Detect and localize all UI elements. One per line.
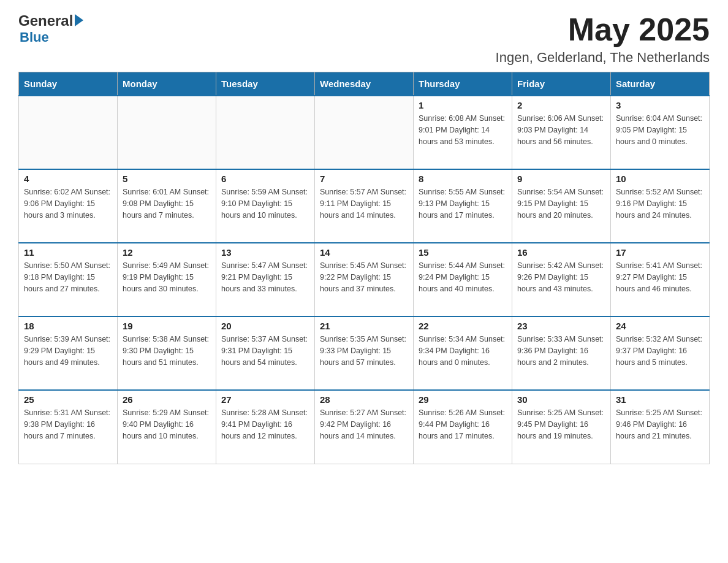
location-subtitle: Ingen, Gelderland, The Netherlands <box>496 50 710 66</box>
day-number: 26 <box>123 394 211 405</box>
week-row-4: 18Sunrise: 5:39 AM Sunset: 9:29 PM Dayli… <box>19 316 710 390</box>
day-info: Sunrise: 6:06 AM Sunset: 9:03 PM Dayligh… <box>517 113 605 147</box>
day-info: Sunrise: 5:54 AM Sunset: 9:15 PM Dayligh… <box>517 186 605 221</box>
calendar-table: Sunday Monday Tuesday Wednesday Thursday… <box>18 72 710 464</box>
day-info: Sunrise: 6:04 AM Sunset: 9:05 PM Dayligh… <box>616 113 704 147</box>
day-info: Sunrise: 5:39 AM Sunset: 9:29 PM Dayligh… <box>24 334 112 368</box>
day-number: 17 <box>616 247 704 258</box>
day-number: 25 <box>24 394 112 405</box>
title-section: May 2025 Ingen, Gelderland, The Netherla… <box>496 12 710 66</box>
day-number: 9 <box>517 174 605 184</box>
day-info: Sunrise: 5:31 AM Sunset: 9:38 PM Dayligh… <box>24 407 112 442</box>
day-info: Sunrise: 5:37 AM Sunset: 9:31 PM Dayligh… <box>221 334 309 368</box>
day-info: Sunrise: 5:34 AM Sunset: 9:34 PM Dayligh… <box>419 334 507 368</box>
header-wednesday: Wednesday <box>315 72 414 96</box>
calendar-cell <box>216 96 315 169</box>
day-info: Sunrise: 5:28 AM Sunset: 9:41 PM Dayligh… <box>221 407 309 442</box>
calendar-cell: 12Sunrise: 5:49 AM Sunset: 9:19 PM Dayli… <box>118 243 216 316</box>
calendar-cell: 10Sunrise: 5:52 AM Sunset: 9:16 PM Dayli… <box>611 169 710 243</box>
day-info: Sunrise: 6:08 AM Sunset: 9:01 PM Dayligh… <box>419 113 507 147</box>
calendar-cell: 27Sunrise: 5:28 AM Sunset: 9:41 PM Dayli… <box>216 390 315 464</box>
day-info: Sunrise: 5:45 AM Sunset: 9:22 PM Dayligh… <box>320 260 408 294</box>
day-info: Sunrise: 5:55 AM Sunset: 9:13 PM Dayligh… <box>419 186 507 221</box>
day-number: 3 <box>616 100 704 110</box>
calendar-cell: 4Sunrise: 6:02 AM Sunset: 9:06 PM Daylig… <box>19 169 118 243</box>
day-number: 22 <box>419 321 507 331</box>
calendar-cell: 19Sunrise: 5:38 AM Sunset: 9:30 PM Dayli… <box>118 316 216 390</box>
day-number: 11 <box>24 247 112 258</box>
day-number: 16 <box>517 247 605 258</box>
day-info: Sunrise: 5:27 AM Sunset: 9:42 PM Dayligh… <box>320 407 408 442</box>
calendar-title: May 2025 <box>496 12 710 47</box>
week-row-1: 1Sunrise: 6:08 AM Sunset: 9:01 PM Daylig… <box>19 96 710 169</box>
day-info: Sunrise: 5:33 AM Sunset: 9:36 PM Dayligh… <box>517 334 605 368</box>
day-number: 23 <box>517 321 605 331</box>
calendar-cell: 1Sunrise: 6:08 AM Sunset: 9:01 PM Daylig… <box>414 96 512 169</box>
day-number: 7 <box>320 174 408 184</box>
day-info: Sunrise: 6:01 AM Sunset: 9:08 PM Dayligh… <box>123 186 211 221</box>
calendar-cell: 8Sunrise: 5:55 AM Sunset: 9:13 PM Daylig… <box>414 169 512 243</box>
calendar-cell: 29Sunrise: 5:26 AM Sunset: 9:44 PM Dayli… <box>414 390 512 464</box>
day-number: 27 <box>221 394 309 405</box>
day-info: Sunrise: 5:35 AM Sunset: 9:33 PM Dayligh… <box>320 334 408 368</box>
calendar-cell: 2Sunrise: 6:06 AM Sunset: 9:03 PM Daylig… <box>512 96 611 169</box>
week-row-2: 4Sunrise: 6:02 AM Sunset: 9:06 PM Daylig… <box>19 169 710 243</box>
week-row-5: 25Sunrise: 5:31 AM Sunset: 9:38 PM Dayli… <box>19 390 710 464</box>
calendar-cell: 16Sunrise: 5:42 AM Sunset: 9:26 PM Dayli… <box>512 243 611 316</box>
calendar-cell: 21Sunrise: 5:35 AM Sunset: 9:33 PM Dayli… <box>315 316 414 390</box>
day-info: Sunrise: 5:26 AM Sunset: 9:44 PM Dayligh… <box>419 407 507 442</box>
day-info: Sunrise: 5:32 AM Sunset: 9:37 PM Dayligh… <box>616 334 704 368</box>
day-number: 21 <box>320 321 408 331</box>
calendar-cell: 3Sunrise: 6:04 AM Sunset: 9:05 PM Daylig… <box>611 96 710 169</box>
calendar-cell: 28Sunrise: 5:27 AM Sunset: 9:42 PM Dayli… <box>315 390 414 464</box>
calendar-cell: 24Sunrise: 5:32 AM Sunset: 9:37 PM Dayli… <box>611 316 710 390</box>
calendar-cell: 9Sunrise: 5:54 AM Sunset: 9:15 PM Daylig… <box>512 169 611 243</box>
day-number: 30 <box>517 394 605 405</box>
day-info: Sunrise: 5:42 AM Sunset: 9:26 PM Dayligh… <box>517 260 605 294</box>
header-sunday: Sunday <box>19 72 118 96</box>
calendar-cell <box>118 96 216 169</box>
calendar-cell: 20Sunrise: 5:37 AM Sunset: 9:31 PM Dayli… <box>216 316 315 390</box>
day-number: 5 <box>123 174 211 184</box>
header-saturday: Saturday <box>611 72 710 96</box>
calendar-cell: 7Sunrise: 5:57 AM Sunset: 9:11 PM Daylig… <box>315 169 414 243</box>
day-info: Sunrise: 5:50 AM Sunset: 9:18 PM Dayligh… <box>24 260 112 294</box>
week-row-3: 11Sunrise: 5:50 AM Sunset: 9:18 PM Dayli… <box>19 243 710 316</box>
day-number: 19 <box>123 321 211 331</box>
logo: General Blue <box>18 12 83 45</box>
calendar-cell: 23Sunrise: 5:33 AM Sunset: 9:36 PM Dayli… <box>512 316 611 390</box>
header-friday: Friday <box>512 72 611 96</box>
day-number: 31 <box>616 394 704 405</box>
day-number: 15 <box>419 247 507 258</box>
day-info: Sunrise: 5:44 AM Sunset: 9:24 PM Dayligh… <box>419 260 507 294</box>
calendar-cell: 6Sunrise: 5:59 AM Sunset: 9:10 PM Daylig… <box>216 169 315 243</box>
day-info: Sunrise: 5:38 AM Sunset: 9:30 PM Dayligh… <box>123 334 211 368</box>
day-number: 8 <box>419 174 507 184</box>
day-info: Sunrise: 5:29 AM Sunset: 9:40 PM Dayligh… <box>123 407 211 442</box>
calendar-cell: 22Sunrise: 5:34 AM Sunset: 9:34 PM Dayli… <box>414 316 512 390</box>
calendar-cell <box>19 96 118 169</box>
calendar-cell: 17Sunrise: 5:41 AM Sunset: 9:27 PM Dayli… <box>611 243 710 316</box>
day-info: Sunrise: 5:57 AM Sunset: 9:11 PM Dayligh… <box>320 186 408 221</box>
calendar-cell: 30Sunrise: 5:25 AM Sunset: 9:45 PM Dayli… <box>512 390 611 464</box>
day-info: Sunrise: 5:52 AM Sunset: 9:16 PM Dayligh… <box>616 186 704 221</box>
calendar-cell: 14Sunrise: 5:45 AM Sunset: 9:22 PM Dayli… <box>315 243 414 316</box>
header-monday: Monday <box>118 72 216 96</box>
calendar-cell: 13Sunrise: 5:47 AM Sunset: 9:21 PM Dayli… <box>216 243 315 316</box>
logo-arrow-icon <box>75 14 83 26</box>
calendar-cell <box>315 96 414 169</box>
day-info: Sunrise: 5:25 AM Sunset: 9:45 PM Dayligh… <box>517 407 605 442</box>
calendar-cell: 5Sunrise: 6:01 AM Sunset: 9:08 PM Daylig… <box>118 169 216 243</box>
day-info: Sunrise: 5:47 AM Sunset: 9:21 PM Dayligh… <box>221 260 309 294</box>
logo-blue-text: Blue <box>20 29 49 45</box>
day-number: 18 <box>24 321 112 331</box>
calendar-cell: 26Sunrise: 5:29 AM Sunset: 9:40 PM Dayli… <box>118 390 216 464</box>
day-number: 12 <box>123 247 211 258</box>
day-number: 29 <box>419 394 507 405</box>
logo-general-text: General <box>18 12 73 29</box>
day-number: 1 <box>419 100 507 110</box>
day-info: Sunrise: 6:02 AM Sunset: 9:06 PM Dayligh… <box>24 186 112 221</box>
day-number: 10 <box>616 174 704 184</box>
day-number: 4 <box>24 174 112 184</box>
day-number: 13 <box>221 247 309 258</box>
